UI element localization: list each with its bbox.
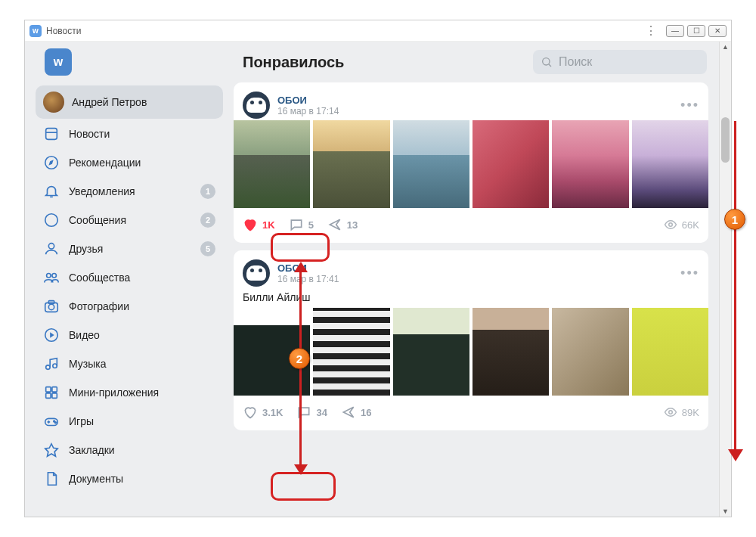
post-more-button[interactable]: ••• xyxy=(680,98,699,113)
photo-thumb[interactable] xyxy=(313,308,389,396)
sidebar-item-news[interactable]: Новости xyxy=(36,120,223,147)
sidebar-item-label: Мини-приложения xyxy=(69,386,159,399)
app-body: w Понравилось Поиск Андрей Петров Но xyxy=(25,42,731,517)
photo-thumb[interactable] xyxy=(393,120,469,208)
annotation-arrowhead-icon xyxy=(294,262,308,272)
compass-icon xyxy=(43,154,60,171)
share-button[interactable]: 16 xyxy=(341,405,371,420)
post-author[interactable]: ОБОИ xyxy=(277,95,339,106)
svg-point-7 xyxy=(45,214,58,227)
sidebar-item-label: Фотографии xyxy=(69,300,129,312)
sidebar-item-documents[interactable]: Документы xyxy=(36,465,223,492)
share-count: 13 xyxy=(347,219,358,231)
sidebar: Андрей Петров Новости Рекомендации Уведо… xyxy=(36,82,223,506)
sidebar-item-friends[interactable]: Друзья 5 xyxy=(36,235,223,262)
svg-point-26 xyxy=(55,422,57,424)
comment-button[interactable]: 5 xyxy=(289,217,314,232)
photo-thumb[interactable] xyxy=(472,120,549,208)
sidebar-item-recommend[interactable]: Рекомендации xyxy=(36,149,223,176)
scrollbar[interactable]: ▲ ▼ xyxy=(719,42,731,517)
sidebar-item-video[interactable]: Видео xyxy=(36,321,223,349)
post-text: Билли Айлиш xyxy=(243,288,699,308)
scroll-up-icon[interactable]: ▲ xyxy=(720,42,731,52)
like-count: 1K xyxy=(262,219,275,231)
svg-rect-20 xyxy=(46,393,51,398)
sidebar-item-label: Игры xyxy=(69,415,94,427)
window-title: Новости xyxy=(46,26,81,36)
sidebar-item-photos[interactable]: Фотографии xyxy=(36,293,223,320)
post: ОБОИ 16 мар в 17:14 ••• xyxy=(234,82,708,243)
photo-thumb[interactable] xyxy=(552,120,628,208)
document-icon xyxy=(43,470,60,487)
sidebar-item-label: Рекомендации xyxy=(69,157,141,169)
share-button[interactable]: 13 xyxy=(327,217,358,232)
sidebar-item-label: Друзья xyxy=(69,243,103,255)
svg-rect-13 xyxy=(48,301,54,304)
post-date: 16 мар в 17:41 xyxy=(277,274,339,284)
sidebar-item-music[interactable]: Музыка xyxy=(36,350,223,377)
post-gallery xyxy=(234,120,708,208)
minimize-button[interactable]: — xyxy=(666,25,684,37)
like-count: 3.1K xyxy=(262,407,283,418)
sidebar-item-label: Видео xyxy=(69,329,100,341)
sidebar-item-groups[interactable]: Сообщества xyxy=(36,264,223,291)
search-icon xyxy=(541,56,553,68)
grid-icon xyxy=(43,384,60,401)
post-more-button[interactable]: ••• xyxy=(680,265,699,281)
svg-point-0 xyxy=(543,58,550,65)
sidebar-item-messages[interactable]: Сообщения 2 xyxy=(36,206,223,234)
like-button[interactable]: 1K xyxy=(243,217,275,232)
view-count: 89K xyxy=(664,405,699,419)
sidebar-item-label: Сообщения xyxy=(69,214,126,226)
avatar xyxy=(43,92,64,113)
scrollbar-thumb[interactable] xyxy=(721,117,730,163)
titlebar: w Новости ⋮ — ☐ ✕ xyxy=(25,20,731,42)
post: ОБОИ 16 мар в 17:41 ••• Билли Айлиш xyxy=(234,250,708,430)
sidebar-item-games[interactable]: Игры xyxy=(36,408,223,435)
annotation-marker: 2 xyxy=(289,348,310,369)
share-icon xyxy=(327,217,342,232)
svg-marker-15 xyxy=(50,332,54,337)
heart-icon xyxy=(243,217,258,232)
like-button[interactable]: 3.1K xyxy=(243,405,283,420)
maximize-button[interactable]: ☐ xyxy=(687,25,705,37)
sidebar-item-bookmarks[interactable]: Закладки xyxy=(36,436,223,464)
photo-thumb[interactable] xyxy=(313,120,389,208)
window-menu-button[interactable]: ⋮ xyxy=(639,23,663,38)
photo-thumb[interactable] xyxy=(472,308,549,396)
svg-point-10 xyxy=(52,274,57,278)
profile-link[interactable]: Андрей Петров xyxy=(36,85,223,119)
eye-icon xyxy=(664,218,677,231)
sidebar-item-miniapps[interactable]: Мини-приложения xyxy=(36,379,223,406)
sidebar-item-notifications[interactable]: Уведомления 1 xyxy=(36,178,223,205)
music-icon xyxy=(43,355,60,372)
svg-point-8 xyxy=(48,244,54,249)
sidebar-item-label: Закладки xyxy=(69,444,115,456)
camera-icon xyxy=(43,298,60,315)
svg-marker-27 xyxy=(45,444,58,457)
annotation-marker: 1 xyxy=(724,209,745,230)
close-button[interactable]: ✕ xyxy=(708,25,727,37)
message-icon xyxy=(43,212,60,228)
svg-point-12 xyxy=(48,304,54,309)
share-count: 16 xyxy=(361,407,371,418)
photo-thumb[interactable] xyxy=(632,308,708,396)
feed: ОБОИ 16 мар в 17:14 ••• xyxy=(234,82,708,506)
post-author[interactable]: ОБОИ xyxy=(277,262,339,274)
person-icon xyxy=(43,241,60,257)
comment-count: 5 xyxy=(308,219,314,231)
badge: 5 xyxy=(200,241,215,256)
photo-thumb[interactable] xyxy=(393,308,469,396)
vk-logo-icon[interactable]: w xyxy=(45,48,72,76)
photo-thumb[interactable] xyxy=(552,308,628,396)
people-icon xyxy=(43,269,60,286)
photo-thumb[interactable] xyxy=(234,120,310,208)
annotation-arrow xyxy=(734,121,736,454)
post-avatar[interactable] xyxy=(243,92,270,119)
search-input[interactable]: Поиск xyxy=(533,50,707,74)
scroll-down-icon[interactable]: ▼ xyxy=(720,506,731,517)
gamepad-icon xyxy=(43,413,60,430)
post-avatar[interactable] xyxy=(243,259,270,287)
photo-thumb[interactable] xyxy=(632,120,708,208)
sidebar-item-label: Музыка xyxy=(69,358,107,370)
